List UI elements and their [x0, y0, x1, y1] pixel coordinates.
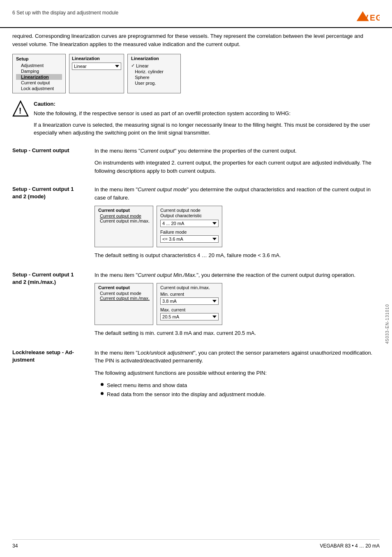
linearization-ui-panels: Setup Adjustment Damping Linearization C… — [12, 54, 380, 93]
min-current-field[interactable]: 3.8 mA — [160, 297, 219, 305]
current-minmax-content: In the menu item "Current output Min./Ma… — [95, 271, 380, 342]
max-current-value: 20.5 mA — [162, 314, 179, 319]
menu-item-linearization: Linearization — [16, 74, 62, 80]
menu-item-current-output: Current output — [16, 80, 62, 86]
section-current-output-mode: Setup - Current output 1 and 2 (mode) In… — [12, 186, 380, 265]
current-output-para1: In the menu items "Current output" you d… — [95, 147, 380, 155]
mode-item-1: Current output mode — [98, 214, 150, 218]
caution-text-block: Caution: Note the following, if the resp… — [34, 101, 380, 140]
current-output-label: Setup - Current output — [12, 147, 95, 179]
minmax-default-text: The default setting is min. current 3.8 … — [95, 329, 380, 337]
current-output-mode-label: Setup - Current output 1 and 2 (mode) — [12, 186, 95, 265]
lock-bullet-list: Select menu items and show data Read dat… — [101, 381, 380, 399]
min-current-value: 3.8 mA — [162, 299, 177, 304]
linearization-options-label: Linearization — [131, 56, 177, 61]
svg-text:EGA: EGA — [370, 13, 380, 22]
lock-para1: In the menu item "Lock/unlock adjustment… — [95, 349, 380, 365]
current-output-mode-para: In the menu item "Current output mode" y… — [95, 186, 380, 202]
warning-triangle-icon: ! — [12, 100, 29, 118]
vega-logo-svg: EGA V — [355, 7, 380, 24]
current-minmax-para: In the menu item "Current output Min./Ma… — [95, 271, 380, 279]
dropdown-arrow-icon-3 — [212, 238, 217, 240]
vega-logo: EGA V — [355, 7, 380, 24]
mode-item-2: Current output min./max. — [98, 218, 150, 223]
minmax-left-panel: Current output Current output mode Curre… — [95, 283, 153, 325]
mode-right-panel: Current output node Output characteristi… — [157, 206, 222, 247]
page-header: 6 Set up with the display and adjustment… — [0, 0, 392, 28]
mode-default-text: The default setting is output characteri… — [95, 251, 380, 260]
lock-para2: The following adjustment functions are p… — [95, 369, 380, 377]
section-current-output: Setup - Current output In the menu items… — [12, 147, 380, 179]
max-current-label: Max. current — [160, 307, 219, 312]
intro-paragraph: required. Corresponding linearization cu… — [12, 32, 380, 48]
mode-ui-panels: Current output Current output mode Curre… — [95, 206, 380, 247]
minmax-right-panel: Current output min./max. Min. current 3.… — [157, 283, 222, 325]
section-lock: Lock/release setup - Ad- justment In the… — [12, 349, 380, 399]
failure-mode-field[interactable]: <= 3.6 mA — [160, 235, 219, 243]
mode-left-panel: Current output Current output mode Curre… — [95, 206, 153, 247]
bullet-item-1: Select menu items and show data — [101, 381, 380, 390]
option-user-prog: User prog. — [131, 80, 177, 86]
bullet-text-2: Read data from the sensor into the displ… — [107, 390, 266, 399]
current-minmax-label: Setup - Current output 1 and 2 (min./max… — [12, 271, 95, 342]
bullet-item-2: Read data from the sensor into the displ… — [101, 390, 380, 399]
option-linear: ✓ Linear — [131, 63, 177, 69]
bullet-dot-icon-2 — [101, 392, 104, 395]
page-container: 6 Set up with the display and adjustment… — [0, 0, 392, 557]
page-footer: 34 VEGABAR 83 • 4 … 20 mA — [12, 539, 380, 549]
max-current-field[interactable]: 20.5 mA — [160, 313, 219, 320]
dropdown-arrow-icon-4 — [212, 300, 217, 302]
minmax-item-2: Current output min./max. — [98, 296, 150, 301]
caution-para2: If a linearization curve is selected, th… — [34, 121, 380, 137]
bullet-dot-icon-1 — [101, 383, 104, 386]
linearization-select[interactable]: Linear — [72, 63, 121, 70]
vertical-text-container: 45033-EN-131010 — [382, 123, 392, 524]
svg-text:V: V — [363, 13, 369, 22]
bullet-text-1: Select menu items and show data — [107, 381, 187, 390]
caution-icon: ! — [12, 101, 29, 117]
vertical-document-id: 45033-EN-131010 — [385, 304, 390, 344]
page-number: 34 — [12, 543, 18, 549]
caution-title: Caution: — [34, 101, 380, 107]
menu-item-damping: Damping — [16, 68, 62, 74]
current-output-para2: On instrumdents with integrated 2. curre… — [95, 159, 380, 175]
lock-label: Lock/release setup - Ad- justment — [12, 349, 95, 399]
mode-right-label2: Output characteristic — [160, 213, 219, 218]
output-characteristic-value: 4 ... 20 mA — [162, 221, 184, 226]
linearization-label: Linearization — [72, 56, 121, 61]
setup-menu-title: Setup — [16, 56, 62, 62]
minmax-item-1: Current output mode — [98, 291, 150, 296]
linearization-value: Linear — [74, 64, 87, 69]
caution-section: ! Caution: Note the following, if the re… — [12, 101, 380, 140]
failure-mode-label: Failure mode — [160, 230, 219, 234]
linearization-options-panel: Linearization ✓ Linear Horiz. cylinder S… — [127, 54, 181, 93]
main-content: required. Corresponding linearization cu… — [0, 32, 392, 406]
mode-right-label1: Current output node — [160, 208, 219, 213]
output-characteristic-field[interactable]: 4 ... 20 mA — [160, 220, 219, 227]
section-current-minmax: Setup - Current output 1 and 2 (min./max… — [12, 271, 380, 342]
dropdown-arrow-icon — [115, 65, 119, 67]
dropdown-arrow-icon-2 — [212, 222, 217, 225]
lock-content: In the menu item "Lock/unlock adjustment… — [95, 349, 380, 399]
section-title: 6 Set up with the display and adjustment… — [12, 7, 118, 16]
mode-left-title: Current output — [98, 208, 150, 213]
option-sphere: Sphere — [131, 74, 177, 80]
minmax-left-title: Current output — [98, 285, 150, 290]
current-output-mode-content: In the menu item "Current output mode" y… — [95, 186, 380, 265]
current-output-content: In the menu items "Current output" you d… — [95, 147, 380, 179]
failure-mode-value: <= 3.6 mA — [162, 237, 183, 241]
caution-para1: Note the following, if the respective se… — [34, 109, 380, 118]
menu-item-adjustment: Adjustment — [16, 63, 62, 68]
minmax-ui-panels: Current output Current output mode Curre… — [95, 283, 380, 325]
min-current-label: Min. current — [160, 292, 219, 297]
dropdown-arrow-icon-5 — [212, 316, 217, 318]
menu-item-lock-adjustment: Lock adjustment — [16, 86, 62, 91]
product-info: VEGABAR 83 • 4 … 20 mA — [320, 543, 380, 549]
minmax-right-title: Current output min./max. — [160, 285, 219, 290]
option-horiz-cylinder: Horiz. cylinder — [131, 69, 177, 74]
setup-menu-panel: Setup Adjustment Damping Linearization C… — [12, 54, 66, 93]
linearization-dropdown-panel: Linearization Linear — [69, 54, 124, 93]
check-icon: ✓ — [131, 63, 135, 68]
svg-text:!: ! — [19, 106, 22, 115]
